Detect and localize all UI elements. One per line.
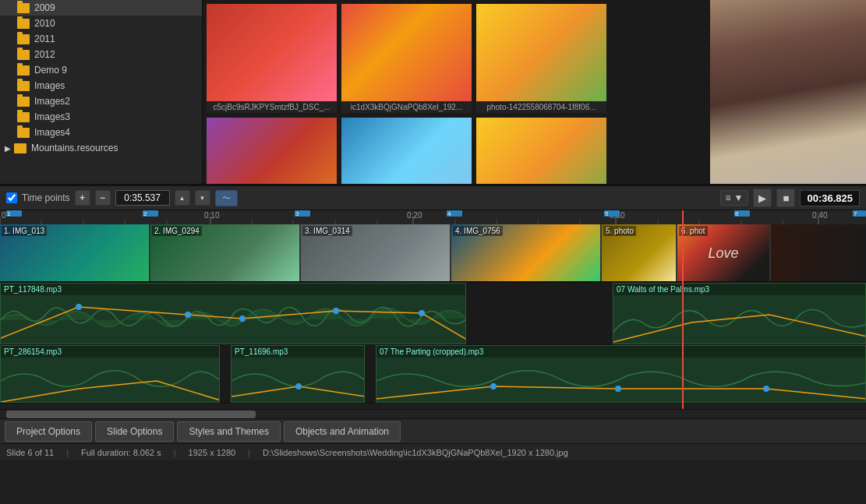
file-item-2010[interactable]: 2010 [0, 16, 202, 31]
resolution-info: 1925 x 1280 [189, 448, 236, 457]
time-input[interactable] [115, 190, 170, 206]
wave-button[interactable]: 〜 [215, 190, 238, 206]
thumb-item[interactable]: ic1dX3kBQjGNaPQb8Xel_192... [341, 4, 472, 113]
svg-text:4: 4 [447, 210, 451, 217]
status-sep-3: | [248, 448, 250, 457]
menu-arrow: ▼ [734, 192, 744, 203]
file-item-demo9[interactable]: Demo 9 [0, 62, 202, 78]
slide-thumb-2[interactable]: 2. IMG_0294 [150, 224, 301, 283]
bottom-bar: Project Options Slide Options Styles and… [0, 418, 866, 443]
thumb-item[interactable]: photo-1434394717884-0b03b... [341, 118, 472, 184]
audio-tracks: PT_117848.mp3 [0, 283, 866, 409]
thumb-image [207, 4, 337, 101]
audio-clip-label-5: 07 The Parting (cropped).mp3 [376, 346, 865, 358]
folder-icon [17, 3, 30, 13]
audio-track-2: PT_286154.mp3 PT_11696.mp3 [0, 345, 866, 404]
slide-thumb-3[interactable]: 3. IMG_0314 [301, 224, 451, 283]
slide-thumb-label-3: 3. IMG_0314 [302, 226, 352, 236]
svg-text:3: 3 [295, 210, 299, 217]
folder-icon [17, 50, 30, 60]
file-item-2012[interactable]: 2012 [0, 47, 202, 62]
file-item-2011[interactable]: 2011 [0, 31, 202, 47]
preview-image [710, 0, 866, 184]
svg-text:2: 2 [143, 210, 147, 217]
slide-thumb-6[interactable]: 6. phot Love [677, 224, 771, 283]
styles-themes-button[interactable]: Styles and Themes [177, 421, 281, 442]
audio-clip-1[interactable]: PT_117848.mp3 [0, 283, 466, 344]
svg-text:0:20: 0:20 [407, 211, 422, 220]
thumb-image [341, 4, 472, 101]
objects-animation-button[interactable]: Objects and Animation [284, 421, 401, 442]
file-item-images4[interactable]: Images4 [0, 125, 202, 140]
audio-clip-2[interactable]: 07 Walts of the Palms.mp3 [613, 283, 866, 344]
file-item-label: Images2 [34, 96, 70, 107]
image-grid: c5cjBc9sRJKPYSmtzfBJ_DSC_... ic1dX3kBQjG… [203, 0, 710, 184]
play-button[interactable]: ▶ [753, 189, 772, 207]
add-timepoint-button[interactable]: + [75, 190, 90, 206]
file-item-mountains[interactable]: ▶ Mountains.resources [0, 140, 202, 156]
file-item-images2[interactable]: Images2 [0, 93, 202, 109]
slide-thumb-5[interactable]: 5. photo [602, 224, 677, 283]
file-item-label: Images3 [34, 111, 70, 122]
top-area: 2009 2010 2011 2012 Demo 9 Images [0, 0, 866, 185]
svg-text:5: 5 [605, 210, 609, 217]
file-item-2009[interactable]: 2009 [0, 0, 202, 16]
thumb-item[interactable]: photo-1429277005502-eed8e... [207, 118, 337, 184]
spin-down-button[interactable]: ▼ [195, 190, 210, 206]
slide-thumb-label-5: 5. photo [603, 226, 636, 236]
spin-up-button[interactable]: ▲ [175, 190, 190, 206]
thumb-label: c5cjBc9sRJKPYSmtzfBJ_DSC_... [207, 101, 337, 113]
audio-clip-5[interactable]: 07 The Parting (cropped).mp3 [376, 345, 866, 403]
timeline-scrollbar[interactable] [0, 409, 866, 418]
slide-thumb-1[interactable]: 1. IMG_013 [0, 224, 150, 283]
file-item-label: Images4 [34, 127, 70, 138]
stop-button[interactable]: ■ [776, 189, 795, 207]
file-browser[interactable]: 2009 2010 2011 2012 Demo 9 Images [0, 0, 203, 184]
file-item-label: Demo 9 [34, 65, 67, 76]
expand-icon: ▶ [5, 144, 11, 153]
duration-display: 00:36.825 [800, 190, 860, 206]
slide-thumb-4[interactable]: 4. IMG_0756 [451, 224, 602, 283]
menu-dropdown[interactable]: ≡ ▼ [720, 190, 749, 206]
folder-icon [17, 81, 30, 91]
file-item-images3[interactable]: Images3 [0, 109, 202, 125]
file-item-label: Mountains.resources [31, 143, 118, 153]
timeline-ruler: 0 0:10 0:20 0:30 0:40 [0, 210, 866, 224]
menu-icon: ≡ [726, 192, 731, 203]
svg-point-42 [239, 315, 246, 322]
file-item-images[interactable]: Images [0, 78, 202, 93]
thumb-item[interactable]: c5cjBc9sRJKPYSmtzfBJ_DSC_... [207, 4, 337, 113]
svg-text:0:10: 0:10 [204, 211, 220, 220]
timepoints-checkbox[interactable] [6, 192, 17, 203]
remove-timepoint-button[interactable]: − [95, 190, 111, 206]
file-item-label: 2011 [34, 33, 55, 44]
folder-icon [17, 65, 30, 76]
app-container: 2009 2010 2011 2012 Demo 9 Images [0, 0, 866, 504]
file-item-label: Images [34, 80, 65, 91]
audio-clip-4[interactable]: PT_11696.mp3 [231, 345, 365, 403]
tracks-area: 0 0:10 0:20 0:30 0:40 [0, 210, 866, 409]
thumb-item[interactable]: photo-1447713060098-74c4e... [476, 118, 606, 184]
slide-options-button[interactable]: Slide Options [95, 421, 174, 442]
audio-clip-3[interactable]: PT_286154.mp3 [0, 345, 220, 403]
thumb-label: photo-1422558068704-1f8f06... [476, 101, 606, 113]
project-options-button[interactable]: Project Options [5, 421, 92, 442]
audio-track-1: PT_117848.mp3 [0, 283, 866, 345]
status-sep-1: | [66, 448, 69, 457]
file-path: D:\Slideshows\Screenshots\Wedding\ic1dX3… [263, 448, 568, 457]
scrollbar-thumb[interactable] [6, 411, 256, 418]
slide-thumb-6b [771, 224, 866, 283]
svg-text:0: 0 [2, 211, 6, 220]
thumb-item[interactable]: photo-1422558068704-1f8f06... [476, 4, 606, 113]
audio-clip-label-2: 07 Walts of the Palms.mp3 [613, 284, 865, 295]
file-item-label: 2012 [34, 49, 55, 60]
thumb-image [476, 4, 606, 101]
svg-point-44 [419, 310, 425, 316]
svg-point-45 [295, 383, 302, 389]
svg-text:7: 7 [854, 210, 857, 217]
file-item-label: 2009 [34, 2, 55, 13]
audio-clip-label-3: PT_286154.mp3 [1, 346, 219, 358]
svg-text:1: 1 [7, 210, 11, 217]
status-sep-2: | [174, 448, 176, 457]
slide-track: 1. IMG_013 2. IMG_0294 3. IMG_0314 4. IM… [0, 224, 866, 283]
